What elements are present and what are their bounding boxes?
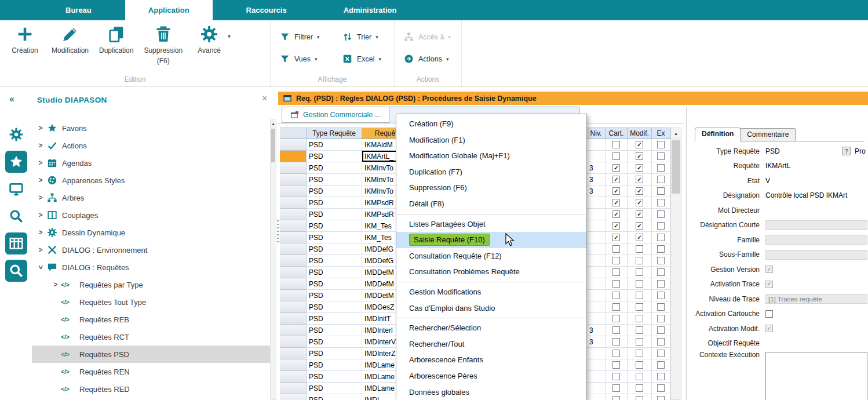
caret-down-icon[interactable]: ▾ — [317, 34, 320, 40]
cell-niv[interactable] — [587, 243, 606, 255]
cart-checkbox[interactable] — [612, 280, 620, 288]
scroll-up-icon[interactable]: ▲ — [271, 120, 276, 128]
cart-checkbox[interactable]: ✓ — [612, 164, 620, 172]
row-selector[interactable] — [280, 151, 307, 162]
modif-checkbox[interactable] — [636, 361, 643, 369]
suppression-button[interactable]: Suppression(F6) — [138, 24, 188, 66]
cart-checkbox[interactable] — [612, 257, 620, 264]
cell-niv[interactable] — [587, 359, 606, 371]
row-selector[interactable] — [280, 174, 307, 186]
duplication-button[interactable]: Duplication — [94, 24, 138, 66]
tree-item-dialog-requetes[interactable]: >DIALOG : Requêtes — [32, 259, 270, 276]
cell-type-requete[interactable]: PSD — [307, 255, 362, 267]
cell-type-requete[interactable]: PSD — [307, 197, 362, 209]
row-selector[interactable] — [280, 197, 307, 209]
menu-tab-raccourcis[interactable]: Raccourcis — [223, 0, 310, 20]
caret-down-icon[interactable]: ▾ — [315, 56, 318, 62]
cell-niv[interactable] — [587, 232, 606, 243]
modif-checkbox[interactable]: ✓ — [636, 199, 643, 206]
creation-button[interactable]: Création — [3, 24, 46, 66]
tree-item-apparences-styles[interactable]: >Apparences Styles — [32, 172, 270, 189]
cell-type-requete[interactable]: PSD — [307, 151, 362, 162]
grid-scrollbar[interactable]: ▲ — [670, 128, 681, 400]
star-rail-button[interactable] — [5, 151, 27, 173]
ex-checkbox[interactable] — [657, 257, 665, 264]
tree-item-actions[interactable]: >Actions — [32, 137, 270, 154]
column-header-niv[interactable]: Niv. — [587, 128, 606, 139]
modif-checkbox[interactable]: ✓ — [636, 187, 643, 195]
menu-item-consultation-requete-f12[interactable]: Consultation Requête (F12) — [396, 248, 586, 264]
cell-niv[interactable] — [587, 151, 606, 162]
tree-item-requetes-red[interactable]: </>Requêtes RED — [32, 380, 270, 398]
row-selector[interactable] — [280, 371, 307, 383]
cell-type-requete[interactable]: PSD — [307, 359, 362, 371]
cart-checkbox[interactable] — [612, 338, 620, 346]
ex-checkbox[interactable] — [657, 141, 665, 148]
grid-scrollbar-thumb[interactable] — [672, 140, 680, 194]
trier-button[interactable]: Trier▾ — [342, 32, 388, 42]
expander-icon[interactable]: > — [37, 228, 45, 237]
cell-niv[interactable] — [587, 255, 606, 267]
modif-checkbox[interactable]: ✓ — [636, 141, 643, 148]
menu-item-modification-globale-maj-f1[interactable]: Modification Globale (Maj+F1) — [396, 148, 586, 164]
tree-item-requetes-rct[interactable]: </>Requêtes RCT — [32, 328, 270, 346]
cell-type-requete[interactable]: PSD — [307, 209, 362, 220]
menu-item-arborescence-peres[interactable]: Arborescence Pères — [396, 368, 586, 384]
row-selector[interactable] — [280, 336, 307, 348]
cell-type-requete[interactable]: PSD — [307, 139, 362, 151]
cart-checkbox[interactable] — [612, 141, 620, 148]
cell-type-requete[interactable]: PSD — [307, 186, 362, 197]
modif-checkbox[interactable] — [636, 257, 643, 264]
ex-checkbox[interactable] — [657, 292, 665, 299]
field-textarea[interactable] — [765, 352, 867, 400]
cell-type-requete[interactable]: PSD — [307, 243, 362, 255]
modif-checkbox[interactable] — [636, 303, 643, 311]
row-selector[interactable] — [280, 359, 307, 371]
row-selector[interactable] — [280, 301, 307, 313]
expander-icon[interactable]: > — [37, 159, 45, 167]
acces-a-button[interactable]: Accès à▾ — [404, 32, 455, 42]
row-selector[interactable] — [280, 232, 307, 243]
menu-item-arborescence-enfants[interactable]: Arborescence Enfants — [396, 352, 586, 368]
cell-niv[interactable] — [587, 313, 606, 325]
cell-niv[interactable] — [587, 220, 606, 232]
cart-checkbox[interactable]: ✓ — [612, 187, 620, 195]
cell-type-requete[interactable]: PSD — [307, 325, 362, 336]
cell-type-requete[interactable]: PSD — [307, 336, 362, 348]
menu-item-modification-f1[interactable]: Modification (F1) — [396, 132, 586, 148]
ex-checkbox[interactable] — [657, 164, 665, 172]
cell-type-requete[interactable]: PSD — [307, 383, 362, 394]
cell-type-requete[interactable]: PSD — [307, 220, 362, 232]
ex-checkbox[interactable] — [657, 222, 665, 230]
ex-checkbox[interactable] — [657, 234, 665, 241]
actions-button[interactable]: Actions▾ — [404, 54, 455, 64]
expander-icon[interactable]: > — [52, 281, 60, 289]
sidebar-close-button[interactable]: × — [262, 93, 267, 104]
modif-checkbox[interactable]: ✓ — [636, 164, 643, 172]
modif-checkbox[interactable] — [636, 280, 643, 288]
cell-niv[interactable] — [587, 209, 606, 220]
cell-type-requete[interactable]: PSD — [307, 162, 362, 174]
tree-item-favoris[interactable]: >Favoris — [32, 119, 270, 137]
caret-down-icon[interactable]: ▾ — [228, 33, 231, 39]
gear-rail-button[interactable] — [5, 123, 27, 146]
column-header-modif[interactable]: Modif. — [628, 128, 652, 139]
cart-checkbox[interactable] — [612, 396, 620, 400]
menu-item-gestion-modifications[interactable]: Gestion Modifications — [396, 284, 586, 300]
expander-icon[interactable]: > — [37, 141, 45, 150]
modif-checkbox[interactable]: ✓ — [636, 152, 643, 160]
cell-type-requete[interactable]: PSD — [307, 394, 362, 400]
caret-down-icon[interactable]: ▾ — [446, 56, 449, 62]
caret-down-icon[interactable]: ▾ — [379, 56, 382, 62]
cell-type-requete[interactable]: PSD — [307, 371, 362, 383]
menu-item-suppression-f6[interactable]: Suppression (F6) — [396, 180, 586, 196]
help-button[interactable]: ? — [842, 147, 851, 155]
menu-tab-application[interactable]: Application — [125, 0, 213, 20]
ex-checkbox[interactable] — [657, 350, 665, 357]
detail-tab-definition[interactable]: Définition — [695, 128, 741, 141]
cell-type-requete[interactable]: PSD — [307, 174, 362, 186]
tree-item-agendas[interactable]: >Agendas — [32, 154, 270, 172]
cell-niv[interactable] — [587, 301, 606, 313]
vues-button[interactable]: Vues▾ — [280, 54, 342, 64]
row-selector[interactable] — [280, 255, 307, 267]
